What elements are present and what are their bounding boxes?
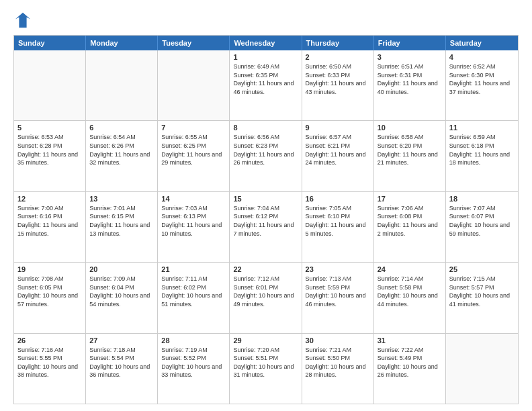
cell-info: Sunrise: 7:20 AMSunset: 5:51 PMDaylight:… [233, 346, 298, 379]
cell-info: Sunrise: 7:00 AMSunset: 6:16 PMDaylight:… [17, 204, 82, 238]
header-wednesday: Wednesday [230, 36, 302, 50]
calendar-cell-0-5: 3Sunrise: 6:51 AMSunset: 6:31 PMDaylight… [374, 50, 446, 120]
cell-info: Sunrise: 7:18 AMSunset: 5:54 PMDaylight:… [89, 346, 154, 379]
calendar-header: Sunday Monday Tuesday Wednesday Thursday… [14, 36, 518, 50]
cell-info: Sunrise: 6:55 AMSunset: 6:25 PMDaylight:… [161, 133, 226, 167]
calendar-cell-0-1 [86, 50, 158, 120]
calendar-cell-1-1: 6Sunrise: 6:54 AMSunset: 6:26 PMDaylight… [86, 121, 158, 191]
cell-info: Sunrise: 7:12 AMSunset: 6:01 PMDaylight:… [233, 275, 298, 308]
day-number: 20 [89, 265, 154, 273]
day-number: 23 [306, 265, 370, 273]
day-number: 8 [233, 124, 298, 132]
day-number: 7 [161, 124, 226, 132]
calendar-cell-3-6: 25Sunrise: 7:15 AMSunset: 5:57 PMDayligh… [446, 263, 518, 332]
calendar-cell-4-4: 30Sunrise: 7:21 AMSunset: 5:50 PMDayligh… [302, 334, 374, 404]
day-number: 16 [306, 195, 370, 203]
calendar: Sunday Monday Tuesday Wednesday Thursday… [13, 35, 519, 404]
cell-info: Sunrise: 6:49 AMSunset: 6:35 PMDaylight:… [233, 62, 298, 96]
calendar-row-0: 1Sunrise: 6:49 AMSunset: 6:35 PMDaylight… [14, 50, 518, 121]
cell-info: Sunrise: 6:51 AMSunset: 6:31 PMDaylight:… [378, 62, 442, 96]
day-number: 3 [378, 53, 442, 61]
page: Sunday Monday Tuesday Wednesday Thursday… [0, 0, 532, 411]
calendar-row-2: 12Sunrise: 7:00 AMSunset: 6:16 PMDayligh… [14, 192, 518, 263]
header-saturday: Saturday [446, 36, 518, 50]
cell-info: Sunrise: 7:22 AMSunset: 5:49 PMDaylight:… [378, 346, 442, 379]
calendar-cell-2-5: 17Sunrise: 7:06 AMSunset: 6:08 PMDayligh… [374, 192, 446, 262]
header [13, 11, 519, 30]
day-number: 19 [17, 265, 82, 273]
day-number: 29 [233, 336, 298, 345]
logo-icon [13, 11, 32, 30]
day-number: 5 [17, 124, 82, 132]
calendar-cell-2-0: 12Sunrise: 7:00 AMSunset: 6:16 PMDayligh… [14, 192, 86, 262]
header-sunday: Sunday [14, 36, 86, 50]
calendar-cell-2-6: 18Sunrise: 7:07 AMSunset: 6:07 PMDayligh… [446, 192, 518, 262]
cell-info: Sunrise: 7:21 AMSunset: 5:50 PMDaylight:… [306, 346, 370, 379]
day-number: 18 [449, 195, 515, 203]
cell-info: Sunrise: 6:58 AMSunset: 6:20 PMDaylight:… [378, 133, 442, 167]
day-number: 12 [17, 195, 82, 203]
calendar-cell-4-5: 31Sunrise: 7:22 AMSunset: 5:49 PMDayligh… [374, 334, 446, 404]
cell-info: Sunrise: 7:15 AMSunset: 5:57 PMDaylight:… [449, 275, 515, 308]
cell-info: Sunrise: 7:16 AMSunset: 5:55 PMDaylight:… [17, 346, 82, 379]
calendar-cell-2-4: 16Sunrise: 7:05 AMSunset: 6:10 PMDayligh… [302, 192, 374, 262]
calendar-cell-2-1: 13Sunrise: 7:01 AMSunset: 6:15 PMDayligh… [86, 192, 158, 262]
cell-info: Sunrise: 6:54 AMSunset: 6:26 PMDaylight:… [89, 133, 154, 167]
cell-info: Sunrise: 7:03 AMSunset: 6:13 PMDaylight:… [161, 204, 226, 238]
calendar-cell-3-3: 22Sunrise: 7:12 AMSunset: 6:01 PMDayligh… [230, 263, 302, 332]
calendar-cell-1-4: 9Sunrise: 6:57 AMSunset: 6:21 PMDaylight… [302, 121, 374, 191]
calendar-cell-0-4: 2Sunrise: 6:50 AMSunset: 6:33 PMDaylight… [302, 50, 374, 120]
day-number: 30 [306, 336, 370, 345]
day-number: 14 [161, 195, 226, 203]
cell-info: Sunrise: 6:53 AMSunset: 6:28 PMDaylight:… [17, 133, 82, 167]
logo [13, 11, 35, 30]
cell-info: Sunrise: 7:05 AMSunset: 6:10 PMDaylight:… [306, 204, 370, 238]
calendar-cell-3-0: 19Sunrise: 7:08 AMSunset: 6:05 PMDayligh… [14, 263, 86, 332]
day-number: 17 [378, 195, 442, 203]
day-number: 25 [449, 265, 515, 273]
cell-info: Sunrise: 7:13 AMSunset: 5:59 PMDaylight:… [306, 275, 370, 308]
calendar-cell-4-2: 28Sunrise: 7:19 AMSunset: 5:52 PMDayligh… [158, 334, 230, 404]
calendar-cell-3-4: 23Sunrise: 7:13 AMSunset: 5:59 PMDayligh… [302, 263, 374, 332]
day-number: 26 [17, 336, 82, 345]
svg-marker-1 [15, 13, 30, 28]
cell-info: Sunrise: 7:01 AMSunset: 6:15 PMDaylight:… [89, 204, 154, 238]
day-number: 28 [161, 336, 226, 345]
cell-info: Sunrise: 6:59 AMSunset: 6:18 PMDaylight:… [449, 133, 515, 167]
calendar-row-3: 19Sunrise: 7:08 AMSunset: 6:05 PMDayligh… [14, 263, 518, 333]
cell-info: Sunrise: 7:04 AMSunset: 6:12 PMDaylight:… [233, 204, 298, 238]
day-number: 27 [89, 336, 154, 345]
calendar-cell-0-6: 4Sunrise: 6:52 AMSunset: 6:30 PMDaylight… [446, 50, 518, 120]
calendar-cell-1-6: 11Sunrise: 6:59 AMSunset: 6:18 PMDayligh… [446, 121, 518, 191]
calendar-cell-3-2: 21Sunrise: 7:11 AMSunset: 6:02 PMDayligh… [158, 263, 230, 332]
day-number: 10 [378, 124, 442, 132]
calendar-row-1: 5Sunrise: 6:53 AMSunset: 6:28 PMDaylight… [14, 121, 518, 191]
cell-info: Sunrise: 6:57 AMSunset: 6:21 PMDaylight:… [306, 133, 370, 167]
cell-info: Sunrise: 7:14 AMSunset: 5:58 PMDaylight:… [378, 275, 442, 308]
calendar-cell-2-2: 14Sunrise: 7:03 AMSunset: 6:13 PMDayligh… [158, 192, 230, 262]
cell-info: Sunrise: 6:56 AMSunset: 6:23 PMDaylight:… [233, 133, 298, 167]
day-number: 2 [306, 53, 370, 61]
header-friday: Friday [374, 36, 446, 50]
calendar-cell-2-3: 15Sunrise: 7:04 AMSunset: 6:12 PMDayligh… [230, 192, 302, 262]
cell-info: Sunrise: 7:08 AMSunset: 6:05 PMDaylight:… [17, 275, 82, 308]
day-number: 31 [378, 336, 442, 345]
header-monday: Monday [86, 36, 158, 50]
cell-info: Sunrise: 6:50 AMSunset: 6:33 PMDaylight:… [306, 62, 370, 96]
calendar-cell-3-1: 20Sunrise: 7:09 AMSunset: 6:04 PMDayligh… [86, 263, 158, 332]
calendar-cell-3-5: 24Sunrise: 7:14 AMSunset: 5:58 PMDayligh… [374, 263, 446, 332]
calendar-cell-0-3: 1Sunrise: 6:49 AMSunset: 6:35 PMDaylight… [230, 50, 302, 120]
header-thursday: Thursday [302, 36, 374, 50]
calendar-cell-4-6 [446, 334, 518, 404]
calendar-body: 1Sunrise: 6:49 AMSunset: 6:35 PMDaylight… [14, 50, 518, 404]
calendar-cell-1-3: 8Sunrise: 6:56 AMSunset: 6:23 PMDaylight… [230, 121, 302, 191]
calendar-cell-4-1: 27Sunrise: 7:18 AMSunset: 5:54 PMDayligh… [86, 334, 158, 404]
calendar-row-4: 26Sunrise: 7:16 AMSunset: 5:55 PMDayligh… [14, 334, 518, 404]
day-number: 24 [378, 265, 442, 273]
calendar-cell-1-0: 5Sunrise: 6:53 AMSunset: 6:28 PMDaylight… [14, 121, 86, 191]
day-number: 4 [449, 53, 515, 61]
calendar-cell-4-3: 29Sunrise: 7:20 AMSunset: 5:51 PMDayligh… [230, 334, 302, 404]
cell-info: Sunrise: 7:11 AMSunset: 6:02 PMDaylight:… [161, 275, 226, 308]
cell-info: Sunrise: 7:06 AMSunset: 6:08 PMDaylight:… [378, 204, 442, 238]
cell-info: Sunrise: 7:09 AMSunset: 6:04 PMDaylight:… [89, 275, 154, 308]
